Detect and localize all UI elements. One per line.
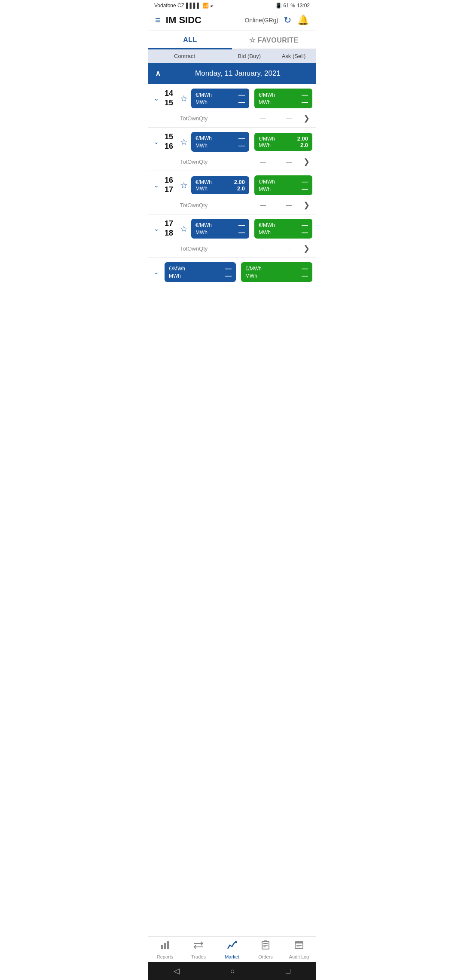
tot-arrow-0[interactable]: ❯ bbox=[303, 113, 310, 123]
contract-block-0: ⌄ 14 15 ☆ €/MWh — MWh — bbox=[148, 84, 316, 128]
bid-box-2[interactable]: €/MWh 2.00 MWh 2.0 bbox=[191, 176, 249, 194]
tot-row-3: TotOwnQty — — ❯ bbox=[148, 241, 316, 257]
ask-box-0[interactable]: €/MWh — MWh — bbox=[254, 89, 312, 108]
time-label: 13:02 bbox=[297, 3, 310, 9]
tot-arrow-1[interactable]: ❯ bbox=[303, 157, 310, 166]
bid-box-0[interactable]: €/MWh — MWh — bbox=[191, 89, 249, 108]
star-icon: ☆ bbox=[249, 37, 256, 44]
menu-button[interactable]: ≡ bbox=[155, 15, 161, 25]
contract-chevron-2[interactable]: ⌄ bbox=[152, 182, 161, 189]
contract-star-0[interactable]: ☆ bbox=[180, 93, 188, 104]
tot-bid-1: — bbox=[250, 158, 276, 165]
bluetooth-icon: 📳 bbox=[275, 3, 282, 9]
contract-block-2: ⌄ 16 17 ☆ €/MWh 2.00 MWh 2.0 bbox=[148, 171, 316, 214]
refresh-button[interactable]: ↻ bbox=[284, 15, 291, 26]
tab-all[interactable]: ALL bbox=[148, 31, 232, 49]
partial-bid-box[interactable]: €/MWh — MWh — bbox=[165, 262, 236, 282]
signal-icon: ▌▌▌▌ bbox=[186, 3, 201, 9]
tot-label-3: TotOwnQty bbox=[154, 245, 250, 252]
contract-block-3: ⌄ 17 18 ☆ €/MWh — MWh — bbox=[148, 214, 316, 258]
usb-icon: ⸙ bbox=[211, 3, 213, 9]
contract-row-2: ⌄ 16 17 ☆ €/MWh 2.00 MWh 2.0 bbox=[148, 171, 316, 198]
date-chevron-icon: ∧ bbox=[155, 69, 161, 78]
online-status: Online(GRg) bbox=[244, 17, 278, 24]
status-right: 📳 61 % 13:02 bbox=[275, 3, 310, 9]
tot-row-0: TotOwnQty — — ❯ bbox=[148, 111, 316, 127]
contract-row-3: ⌄ 17 18 ☆ €/MWh — MWh — bbox=[148, 214, 316, 241]
status-bar: Vodafone CZ ▌▌▌▌ 📶 ⸙ 📳 61 % 13:02 bbox=[148, 0, 316, 10]
contract-hours-0: 14 15 bbox=[161, 89, 177, 107]
contract-block-1: ⌄ 15 16 ☆ €/MWh — MWh — bbox=[148, 128, 316, 171]
partial-contract-row: ⌄ €/MWh — MWh — €/MWh — MWh — bbox=[148, 258, 316, 285]
contract-star-2[interactable]: ☆ bbox=[180, 180, 188, 190]
contract-star-3[interactable]: ☆ bbox=[180, 224, 188, 234]
status-left: Vodafone CZ ▌▌▌▌ 📶 ⸙ bbox=[154, 3, 213, 9]
tab-favourite[interactable]: ☆FAVOURITE bbox=[232, 31, 316, 49]
contract-row-1: ⌄ 15 16 ☆ €/MWh — MWh — bbox=[148, 128, 316, 154]
tot-row-1: TotOwnQty — — ❯ bbox=[148, 154, 316, 171]
contract-hours-2: 16 17 bbox=[161, 176, 177, 194]
tot-label-2: TotOwnQty bbox=[154, 202, 250, 208]
ask-box-2[interactable]: €/MWh — MWh — bbox=[254, 175, 312, 195]
contract-hours-3: 17 18 bbox=[161, 219, 177, 238]
partial-chevron-icon[interactable]: ⌄ bbox=[152, 269, 161, 276]
tot-ask-1: — bbox=[276, 158, 302, 165]
notification-bell[interactable]: 🔔 bbox=[297, 15, 309, 26]
ask-box-3[interactable]: €/MWh — MWh — bbox=[254, 219, 312, 239]
tot-ask-0: — bbox=[276, 115, 302, 122]
tot-bid-3: — bbox=[250, 245, 276, 252]
date-label: Monday, 11 January, 2021 bbox=[167, 69, 309, 78]
main-tabs: ALL ☆FAVOURITE bbox=[148, 31, 316, 49]
header: ≡ IM SIDC Online(GRg) ↻ 🔔 bbox=[148, 10, 316, 31]
tot-arrow-3[interactable]: ❯ bbox=[303, 244, 310, 253]
bid-box-1[interactable]: €/MWh — MWh — bbox=[191, 132, 249, 152]
col-bid-header: Bid (Buy) bbox=[227, 53, 272, 59]
col-contract-header: Contract bbox=[148, 53, 227, 59]
contract-hours-1: 15 16 bbox=[161, 132, 177, 151]
ask-box-1[interactable]: €/MWh 2.00 MWh 2.0 bbox=[254, 133, 312, 151]
contract-chevron-0[interactable]: ⌄ bbox=[152, 95, 161, 102]
partial-ask-box[interactable]: €/MWh — MWh — bbox=[241, 262, 312, 282]
bid-box-3[interactable]: €/MWh — MWh — bbox=[191, 219, 249, 239]
tot-bid-0: — bbox=[250, 115, 276, 122]
contract-chevron-1[interactable]: ⌄ bbox=[152, 138, 161, 145]
col-ask-header: Ask (Sell) bbox=[272, 53, 316, 59]
tot-label-0: TotOwnQty bbox=[154, 115, 250, 122]
tot-row-2: TotOwnQty — — ❯ bbox=[148, 198, 316, 214]
wifi-icon: 📶 bbox=[202, 3, 209, 9]
battery-label: 61 % bbox=[284, 3, 295, 9]
contract-star-1[interactable]: ☆ bbox=[180, 137, 188, 147]
tot-bid-2: — bbox=[250, 202, 276, 208]
carrier-label: Vodafone CZ bbox=[154, 3, 184, 9]
tot-ask-2: — bbox=[276, 202, 302, 208]
contracts-list: ⌄ 14 15 ☆ €/MWh — MWh — bbox=[148, 84, 316, 258]
tot-arrow-2[interactable]: ❯ bbox=[303, 200, 310, 210]
date-row[interactable]: ∧ Monday, 11 January, 2021 bbox=[148, 63, 316, 84]
app-title: IM SIDC bbox=[166, 15, 245, 26]
tot-ask-3: — bbox=[276, 245, 302, 252]
column-headers: Contract Bid (Buy) Ask (Sell) bbox=[148, 49, 316, 63]
contract-row-0: ⌄ 14 15 ☆ €/MWh — MWh — bbox=[148, 84, 316, 111]
tot-label-1: TotOwnQty bbox=[154, 159, 250, 165]
contract-chevron-3[interactable]: ⌄ bbox=[152, 225, 161, 232]
